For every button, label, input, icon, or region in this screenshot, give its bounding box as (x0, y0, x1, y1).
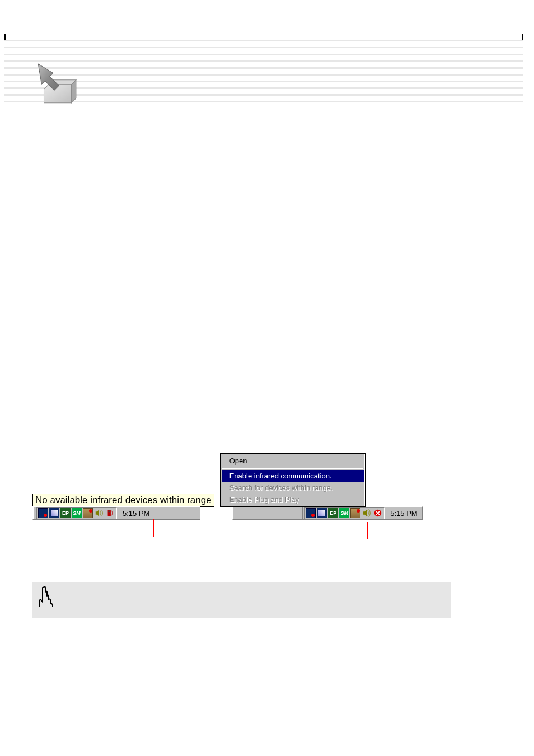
screenshot-tooltip: No available infrared devices within ran… (32, 494, 214, 520)
menu-item-enable-pnp[interactable]: Enable Plug and Play (222, 494, 364, 505)
server-icon[interactable] (350, 508, 360, 518)
display-settings-icon[interactable] (306, 508, 316, 518)
taskbar-left: EP SM 5:15 PM (32, 506, 200, 520)
taskbar-clock[interactable]: 5:15 PM (117, 507, 154, 519)
screenshot-context-menu: Open Enable infrared communication. Sear… (226, 453, 423, 520)
callout-pointer-left (153, 519, 154, 537)
server-icon[interactable] (83, 508, 93, 518)
infrared-disabled-icon[interactable] (373, 508, 383, 518)
display-settings-icon[interactable] (38, 508, 48, 518)
ep-tray-icon[interactable]: EP (328, 508, 338, 518)
infrared-tray-icon[interactable] (105, 508, 115, 518)
caution-hand-icon (38, 584, 57, 607)
sm-tray-icon[interactable]: SM (339, 508, 349, 518)
infrared-tooltip: No available infrared devices within ran… (32, 494, 214, 507)
infrared-context-menu: Open Enable infrared communication. Sear… (220, 453, 366, 507)
volume-icon[interactable] (94, 508, 104, 518)
crop-mark-left (4, 34, 6, 40)
header-stripe-group (4, 40, 523, 107)
volume-icon[interactable] (362, 508, 372, 518)
menu-separator (222, 468, 363, 469)
screenshot-row: No available infrared devices within ran… (32, 453, 489, 520)
crop-mark-right (522, 34, 523, 40)
menu-item-enable-infrared[interactable]: Enable infrared communication. (222, 470, 364, 482)
section-header-icon (32, 60, 78, 106)
caution-callout-box (32, 582, 451, 618)
network-icon[interactable] (49, 508, 59, 518)
taskbar-clock[interactable]: 5:15 PM (385, 507, 421, 519)
taskbar-right: EP SM 5:15 PM (232, 506, 423, 520)
taskbar-grip[interactable] (301, 507, 303, 519)
system-tray-left: EP SM (36, 507, 117, 519)
svg-rect-1 (108, 511, 110, 513)
sm-tray-icon[interactable]: SM (72, 508, 82, 518)
callout-pointer-right (367, 522, 368, 539)
system-tray-right: EP SM (304, 507, 385, 519)
network-icon[interactable] (317, 508, 327, 518)
menu-item-search-devices[interactable]: Search for devices within range. (222, 482, 364, 494)
menu-item-open[interactable]: Open (222, 455, 364, 467)
taskbar-grip[interactable] (33, 507, 35, 519)
ep-tray-icon[interactable]: EP (60, 508, 71, 518)
